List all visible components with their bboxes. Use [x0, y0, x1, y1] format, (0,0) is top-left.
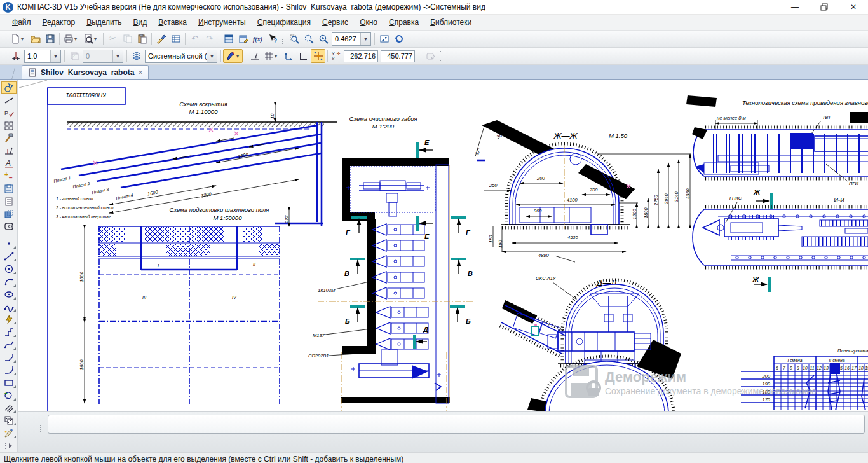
- menu-item-help[interactable]: Справка: [383, 16, 424, 29]
- zoom-pointer-button[interactable]: [301, 32, 316, 46]
- fx-button[interactable]: f(x): [250, 32, 265, 46]
- menu-item-service[interactable]: Сервис: [316, 16, 354, 29]
- section-marker-v[interactable]: В В: [344, 258, 473, 277]
- menu-item-insert[interactable]: Вставка: [153, 16, 193, 29]
- new-document-button[interactable]: ▾: [8, 32, 28, 46]
- reports-tool-button[interactable]: [1, 195, 17, 208]
- dimensions-tool-button[interactable]: [1, 94, 17, 107]
- layers-button[interactable]: [129, 49, 144, 63]
- geo-calculator-button[interactable]: [423, 49, 438, 63]
- specification-tool-button[interactable]: [1, 183, 17, 195]
- fillet-tool-button[interactable]: [1, 364, 17, 377]
- menu-item-editor[interactable]: Редактор: [37, 16, 81, 29]
- print-button[interactable]: ▾: [62, 32, 81, 46]
- bezier-tool-button[interactable]: [1, 338, 17, 351]
- property-bar-field[interactable]: [48, 415, 865, 434]
- chevron-down-icon[interactable]: ▼: [207, 50, 217, 62]
- section-zh[interactable]: 250 200 700 4100 900 4530 4880 150: [474, 120, 691, 262]
- coordinate-y-field[interactable]: [381, 50, 415, 62]
- chevron-down-icon[interactable]: ▼: [360, 33, 370, 45]
- toolbar-grip[interactable]: [3, 33, 6, 45]
- parametrization-tool-button[interactable]: [1, 144, 17, 157]
- snaps-toggle[interactable]: [311, 49, 325, 63]
- what-is-this-button[interactable]: ?: [265, 32, 280, 46]
- menu-item-file[interactable]: Файл: [6, 16, 37, 29]
- section-marker-d[interactable]: Д: [413, 326, 428, 349]
- cut-button[interactable]: ✂: [105, 32, 120, 46]
- copy-button[interactable]: [120, 32, 135, 46]
- tab-close-icon[interactable]: ×: [138, 68, 142, 77]
- layers-indicator-button[interactable]: [67, 49, 81, 63]
- macroelement-tool-button[interactable]: [1, 220, 17, 233]
- paste-button[interactable]: [135, 32, 149, 46]
- section-marker-b[interactable]: Б Б: [345, 305, 471, 325]
- zoom-area-button[interactable]: [287, 32, 301, 46]
- fill-brush-tool-button[interactable]: [1, 427, 17, 439]
- specification-window-button[interactable]: [168, 32, 183, 46]
- menu-item-libraries[interactable]: Библиотеки: [424, 16, 477, 29]
- zoom-combo[interactable]: 0.4627▼: [332, 32, 371, 46]
- copy-properties-button[interactable]: [154, 32, 168, 46]
- zoom-in-button[interactable]: [316, 32, 330, 46]
- open-button[interactable]: [28, 32, 43, 46]
- fit-view-button[interactable]: [377, 32, 391, 46]
- label-m137[interactable]: М137: [313, 333, 325, 338]
- toolbar-grip[interactable]: [418, 50, 421, 62]
- measure-tool-button[interactable]: A: [1, 157, 17, 170]
- ellipse-tool-button[interactable]: [1, 288, 17, 301]
- editing-tool-button[interactable]: [1, 132, 17, 144]
- variables-button[interactable]: [221, 32, 236, 46]
- menu-item-select[interactable]: Выделить: [81, 16, 127, 29]
- restore-button[interactable]: [810, 0, 839, 14]
- toolbar-grip[interactable]: [3, 50, 6, 62]
- toolbar-grip[interactable]: [281, 33, 285, 45]
- geometry-tool-button[interactable]: [1, 81, 17, 94]
- drawing-sheet[interactable]: КП0501111091 Схема вскрытия М 1:10000 10: [18, 80, 868, 411]
- selection-tool-button[interactable]: +−: [1, 170, 17, 183]
- scheme-podgotovka[interactable]: Схема подготовки шахтного поля М 1:50000…: [79, 206, 290, 404]
- hatch-squares-tool-button[interactable]: [1, 414, 17, 427]
- scale-combo[interactable]: 1.0▼: [24, 50, 61, 63]
- current-scale-button[interactable]: [8, 49, 23, 63]
- arc-tool-button[interactable]: [1, 275, 17, 288]
- menu-item-tools[interactable]: Инструменты: [193, 16, 252, 29]
- perpendicular-button[interactable]: [247, 49, 262, 63]
- label-k103[interactable]: 1К103М: [318, 287, 336, 293]
- designations-building-tool-button[interactable]: [1, 120, 17, 132]
- layer-name-combo[interactable]: Системный слой (0)▼: [145, 50, 217, 63]
- hatch-tool-button[interactable]: [1, 402, 17, 415]
- spline-tool-button[interactable]: [1, 301, 17, 314]
- toolbar-grip[interactable]: [440, 50, 443, 62]
- lightning-tool-button[interactable]: [1, 313, 17, 326]
- layer-number-combo[interactable]: 0▼: [83, 50, 123, 63]
- quick-pen-toggle[interactable]: ▾: [223, 49, 243, 63]
- undo-button[interactable]: ↶: [187, 32, 202, 46]
- drawing-canvas[interactable]: КП0501111091 Схема вскрытия М 1:10000 10: [18, 80, 868, 411]
- scheme-tech[interactable]: Технологическая схема проведения главног…: [686, 95, 868, 292]
- coordinate-x-field[interactable]: [344, 50, 378, 62]
- collect-contour-tool-button[interactable]: +: [1, 389, 17, 402]
- close-button[interactable]: ✕: [839, 0, 868, 14]
- local-cs-button[interactable]: [281, 49, 296, 63]
- menu-item-view[interactable]: Вид: [128, 16, 153, 29]
- designations-tool-button[interactable]: Р: [1, 107, 17, 120]
- grid-button[interactable]: ▾: [262, 49, 281, 63]
- property-bar-grip[interactable]: [39, 417, 43, 432]
- label-oks[interactable]: ОКС А1У: [536, 275, 557, 281]
- circle-tool-button[interactable]: [1, 263, 17, 275]
- toolbar-grip[interactable]: [408, 33, 411, 45]
- chevron-down-icon[interactable]: ▼: [50, 50, 60, 62]
- segment-tool-button[interactable]: [1, 250, 17, 263]
- scheme-zaboy[interactable]: Схема очистного забоя М 1:200: [308, 115, 473, 411]
- rectangle-tool-button[interactable]: [1, 377, 17, 389]
- point-tool-button[interactable]: [1, 237, 17, 250]
- insertions-tool-button[interactable]: [1, 208, 17, 221]
- preview-button[interactable]: ▾: [81, 32, 101, 46]
- document-tab[interactable]: Shilov_Kursovaya_rabota ×: [22, 65, 149, 79]
- ortho-button[interactable]: [296, 49, 311, 63]
- stamp-text[interactable]: КП0501111091: [66, 92, 106, 99]
- polyline-tool-button[interactable]: [1, 326, 17, 338]
- toolbar-overflow-button[interactable]: [1, 439, 17, 452]
- save-button[interactable]: [43, 32, 57, 46]
- chamfer-tool-button[interactable]: [1, 351, 17, 364]
